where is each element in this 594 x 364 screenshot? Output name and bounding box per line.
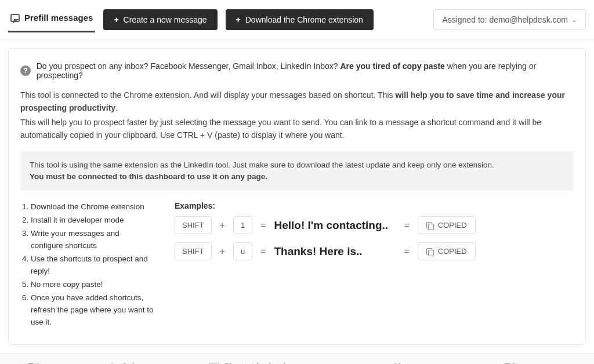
plus-label: + <box>220 220 225 231</box>
col-shortcut: Shortcut keybord <box>209 362 383 364</box>
examples-block: Examples: SHIFT + 1 = Hello! I'm contact… <box>175 201 574 268</box>
equals-label: = <box>260 220 266 231</box>
notice-line-1: This tool is using the same extension as… <box>30 159 564 171</box>
top-bar: Prefill messages + Create a new message … <box>0 0 594 40</box>
plus-icon: + <box>114 15 118 24</box>
download-extension-button[interactable]: + Download the Chrome extension <box>226 9 374 30</box>
plus-label: + <box>220 246 225 257</box>
key-char: 1 <box>233 216 252 234</box>
intro-paragraph-2: This will help you to prospect faster by… <box>20 117 574 141</box>
equals-label: = <box>404 246 409 257</box>
intro-q-text: Do you prospect on any inbox? Facebook M… <box>37 61 574 80</box>
col-color: ✎ Color <box>110 362 209 364</box>
guide-columns: Download the Chrome extension Install it… <box>20 201 574 329</box>
examples-title: Examples: <box>175 201 574 210</box>
brush-icon: ✎ <box>110 362 117 364</box>
tab-label: Prefill messages <box>24 13 93 23</box>
table-header-row: ✿ Title ✎ Color Shortcut keybord ✿ Messa… <box>0 353 594 364</box>
col-title: ✿ Title <box>17 362 110 364</box>
intro-question: ? Do you prospect on any inbox? Facebook… <box>20 61 574 80</box>
notice-line-2: You must be connected to this dashboard … <box>30 171 564 183</box>
create-message-button[interactable]: + Create a new message <box>103 9 217 30</box>
example-row: SHIFT + u = Thanks! Here is.. = COPIED <box>175 242 574 260</box>
step-item: Once you have added shortcuts, refresh t… <box>31 292 154 329</box>
download-extension-label: Download the Chrome extension <box>245 15 363 24</box>
step-item: Install it in developer mode <box>31 214 154 227</box>
help-icon: ? <box>20 65 31 76</box>
key-char: u <box>233 242 252 260</box>
example-message: Thanks! Here is.. <box>274 245 396 258</box>
step-item: No more copy paste! <box>31 279 154 291</box>
step-item: Write your messages and configure shortc… <box>31 228 154 252</box>
example-row: SHIFT + 1 = Hello! I'm contacting.. = CO… <box>175 216 574 234</box>
step-item: Use the shortcuts to prospect and reply! <box>31 253 154 278</box>
chevron-down-icon: ⌄ <box>571 16 577 24</box>
setup-steps: Download the Chrome extension Install it… <box>20 201 154 329</box>
copied-badge: COPIED <box>418 216 476 234</box>
step-item: Download the Chrome extension <box>31 201 154 213</box>
extension-notice: This tool is using the same extension as… <box>20 151 574 191</box>
equals-label: = <box>260 246 266 257</box>
info-panel: ? Do you prospect on any inbox? Facebook… <box>8 48 586 345</box>
assigned-text: Assigned to: demo@helpdesk.com <box>442 15 568 24</box>
plus-icon: + <box>236 15 241 24</box>
col-edit: ✿ Edit <box>493 362 577 364</box>
chat-icon <box>10 14 20 22</box>
key-shift: SHIFT <box>175 242 212 260</box>
assigned-to-select[interactable]: Assigned to: demo@helpdesk.com ⌄ <box>433 9 586 30</box>
col-message: ✿ Message <box>383 362 493 364</box>
copy-icon <box>426 248 433 255</box>
tab-prefill-messages[interactable]: Prefill messages <box>8 7 95 32</box>
key-shift: SHIFT <box>175 216 212 234</box>
create-message-label: Create a new message <box>124 15 207 24</box>
copied-badge: COPIED <box>418 242 476 260</box>
example-message: Hello! I'm contacting.. <box>274 219 396 232</box>
copy-icon <box>426 222 433 229</box>
intro-paragraph-1: This tool is connected to the Chrome ext… <box>20 89 574 114</box>
equals-label: = <box>404 220 409 231</box>
